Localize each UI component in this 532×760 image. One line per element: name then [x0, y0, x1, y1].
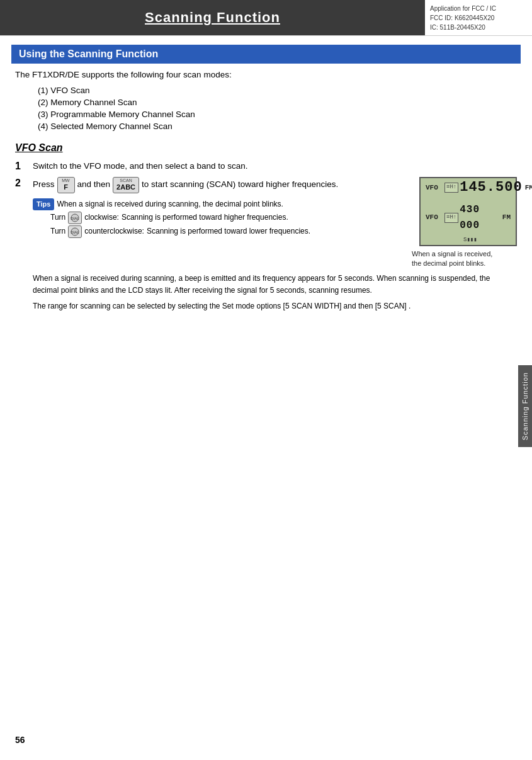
svg-text:DIAL: DIAL [71, 217, 80, 220]
lcd-mode-2: FM [502, 212, 511, 223]
turn-ccw-text: Scanning is performed toward lower frequ… [147, 225, 310, 237]
step-2-press-line: Press MW F and then SCAN 2ABC to start s… [33, 177, 405, 193]
scan-mode-2: (2) Memory Channel Scan [38, 98, 517, 107]
step-2-text-area: Press MW F and then SCAN 2ABC to start s… [33, 177, 405, 239]
step-2-suffix: to start scanning (SCAN) toward higher f… [142, 178, 338, 191]
step-2-press-word: Press [33, 178, 55, 191]
tips-para-1: When a signal is received during scannin… [33, 273, 517, 297]
lcd-vfo-label-1: VFO [426, 183, 444, 193]
step-2-and-then: and then [77, 178, 111, 191]
lcd-display: VFO ≡H↑ 145.500 FM VFO ≡H↑ 430 000 FM [419, 177, 517, 246]
tips-main-text: When a signal is received during scannin… [57, 198, 283, 210]
step-2: 2 Press MW F and then SCAN [15, 177, 517, 312]
dial-cw-icon: DIAL [68, 212, 82, 224]
step-1: 1 Switch to the VFO mode, and then selec… [15, 160, 517, 173]
scan-mode-1: (1) VFO Scan [38, 86, 517, 95]
sidebar-tab: Scanning Function [518, 365, 532, 447]
lcd-vfo-label-2: VFO [426, 212, 444, 223]
step-2-content: Press MW F and then SCAN 2ABC to start s… [33, 177, 517, 312]
header-title-bar: Scanning Function [0, 0, 425, 35]
scan-mode-3: (3) Programmable Memory Channel Scan [38, 110, 517, 119]
lcd-area: VFO ≡H↑ 145.500 FM VFO ≡H↑ 430 000 FM [412, 177, 517, 269]
lcd-freq-sub: 430 000 [460, 202, 500, 234]
steps-container: 1 Switch to the VFO mode, and then selec… [15, 160, 517, 312]
page-number: 56 [15, 735, 25, 745]
page-header: Scanning Function Application for FCC / … [0, 0, 532, 36]
step-1-num: 1 [15, 160, 33, 172]
app-info-line3: IC: 511B-20445X20 [430, 23, 527, 32]
lcd-row-1: VFO ≡H↑ 145.500 FM [426, 177, 511, 198]
page-title: Scanning Function [145, 9, 280, 26]
lcd-mode-1: FM [525, 183, 532, 193]
scan-modes-list: (1) VFO Scan (2) Memory Channel Scan (3)… [15, 86, 517, 131]
turn-ccw-label: Turn [50, 225, 65, 237]
lcd-signal-row: S▮▮▮ [463, 236, 532, 245]
btn-scan-top-label: SCAN [120, 178, 132, 183]
intro-text: The FT1XDR/DE supports the following fou… [15, 70, 517, 79]
lcd-caption-line2: the decimal point blinks. [412, 259, 492, 268]
lcd-indicator-2: ≡H↑ [444, 213, 458, 223]
sidebar-tab-text: Scanning Function [521, 372, 529, 440]
scan-mode-4: (4) Selected Memory Channel Scan [38, 122, 517, 131]
btn-scan-icon[interactable]: SCAN 2ABC [113, 177, 139, 193]
lcd-indicator-1: ≡H↑ [444, 183, 458, 193]
tips-para-2: The range for scanning can be selected b… [33, 300, 517, 312]
btn-f-top-label: MW [62, 178, 69, 183]
app-info: Application for FCC / IC FCC ID: K662044… [425, 1, 532, 35]
app-info-line2: FCC ID: K6620445X20 [430, 13, 527, 23]
dial-ccw-icon: DIAL [68, 225, 82, 238]
turn-cw-label: Turn [50, 212, 65, 224]
lcd-row-2: VFO ≡H↑ 430 000 FM [426, 202, 511, 234]
turn-ccw-row: Turn DIAL counterclockwise: Scanning is … [50, 225, 405, 238]
tips-block: Tips When a signal is received during sc… [33, 198, 405, 238]
btn-f-icon[interactable]: MW F [57, 177, 75, 193]
vfo-scan-title: VFO Scan [15, 142, 517, 154]
lcd-freq-main: 145.500 [460, 177, 522, 198]
step-2-num: 2 [15, 177, 33, 189]
lcd-caption-line1: When a signal is received, [412, 249, 492, 259]
step-2-main: Press MW F and then SCAN 2ABC to start s… [33, 177, 517, 269]
lcd-caption: When a signal is received, the decimal p… [412, 249, 492, 269]
tips-main-row: Tips When a signal is received during sc… [33, 198, 405, 210]
main-content: The FT1XDR/DE supports the following fou… [0, 70, 532, 312]
section-heading: Using the Scanning Function [11, 45, 521, 64]
turn-cw-row: Turn DIAL clockwise: Scanning is perform… [50, 212, 405, 224]
turn-ccw-direction: counterclockwise: [84, 225, 144, 237]
lcd-signal-s: S▮▮▮ [463, 236, 477, 245]
btn-scan-main-label: 2ABC [116, 183, 135, 191]
turn-cw-direction: clockwise: [84, 212, 119, 224]
step-1-text: Switch to the VFO mode, and then select … [33, 160, 517, 173]
turn-cw-text: Scanning is performed toward higher freq… [122, 212, 288, 224]
app-info-line1: Application for FCC / IC [430, 4, 527, 13]
svg-text:DIAL: DIAL [71, 230, 80, 234]
tips-label: Tips [33, 198, 54, 210]
btn-f-main-label: F [64, 183, 68, 191]
